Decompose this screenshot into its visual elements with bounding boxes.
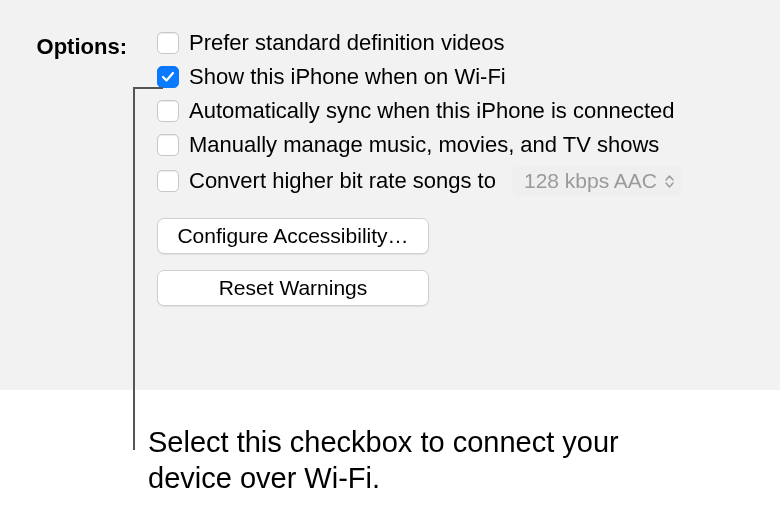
- checkmark-icon: [161, 70, 175, 84]
- checkbox-row-manual-manage: Manually manage music, movies, and TV sh…: [157, 132, 780, 158]
- checkbox-auto-sync[interactable]: [157, 100, 179, 122]
- checkbox-show-wifi[interactable]: [157, 66, 179, 88]
- checkbox-label-show-wifi: Show this iPhone when on Wi-Fi: [189, 64, 506, 90]
- checkbox-prefer-sd[interactable]: [157, 32, 179, 54]
- options-content: Prefer standard definition videos Show t…: [135, 30, 780, 306]
- callout-line-vertical: [133, 87, 135, 450]
- reset-warnings-button[interactable]: Reset Warnings: [157, 270, 429, 306]
- button-stack: Configure Accessibility… Reset Warnings: [157, 218, 780, 306]
- options-panel: Options: Prefer standard definition vide…: [0, 0, 780, 390]
- checkbox-label-manual-manage: Manually manage music, movies, and TV sh…: [189, 132, 659, 158]
- options-heading: Options:: [0, 30, 135, 60]
- checkbox-row-show-wifi: Show this iPhone when on Wi-Fi: [157, 64, 780, 90]
- checkbox-convert-bitrate[interactable]: [157, 170, 179, 192]
- checkbox-manual-manage[interactable]: [157, 134, 179, 156]
- updown-icon: [665, 175, 674, 188]
- checkbox-row-auto-sync: Automatically sync when this iPhone is c…: [157, 98, 780, 124]
- bitrate-dropdown-value: 128 kbps AAC: [524, 169, 657, 193]
- checkbox-row-prefer-sd: Prefer standard definition videos: [157, 30, 780, 56]
- checkbox-label-convert-bitrate: Convert higher bit rate songs to: [189, 168, 496, 194]
- checkbox-label-prefer-sd: Prefer standard definition videos: [189, 30, 505, 56]
- configure-accessibility-button[interactable]: Configure Accessibility…: [157, 218, 429, 254]
- caption-text: Select this checkbox to connect your dev…: [148, 424, 708, 497]
- callout-line-horizontal: [133, 87, 163, 89]
- checkbox-label-auto-sync: Automatically sync when this iPhone is c…: [189, 98, 674, 124]
- checkbox-row-convert-bitrate: Convert higher bit rate songs to 128 kbp…: [157, 166, 780, 196]
- bitrate-dropdown[interactable]: 128 kbps AAC: [512, 166, 682, 196]
